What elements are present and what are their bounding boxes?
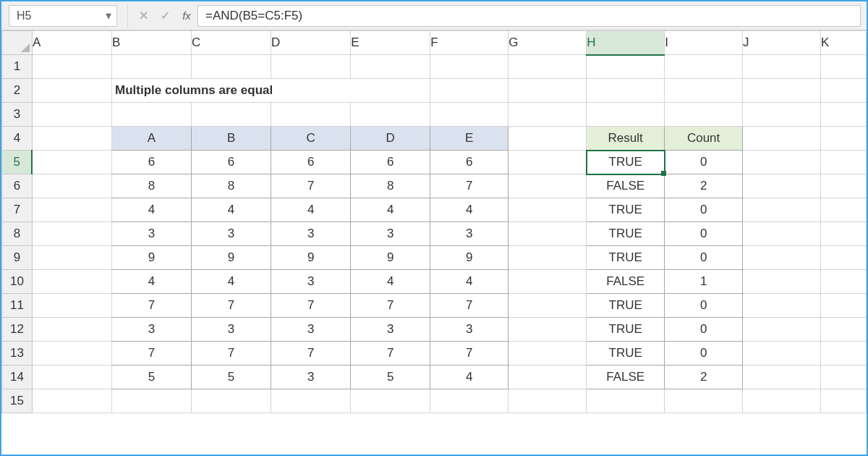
row-header-9[interactable]: 9 — [2, 246, 33, 270]
cell[interactable] — [509, 174, 587, 198]
worksheet-grid[interactable]: A B C D E F G H I J K 1 2 Multiple colum… — [1, 30, 867, 455]
data-cell[interactable]: 6 — [271, 151, 351, 174]
title-cell[interactable]: Multiple columns are equal — [111, 79, 430, 103]
cell[interactable] — [743, 246, 821, 270]
count-cell[interactable]: 0 — [665, 222, 743, 246]
formula-input[interactable]: =AND(B5=C5:F5) — [197, 5, 861, 27]
data-cell[interactable]: 9 — [351, 246, 430, 270]
data-cell[interactable]: 9 — [430, 246, 509, 270]
cell[interactable] — [509, 55, 587, 79]
cell[interactable] — [821, 103, 867, 127]
data-cell[interactable]: 4 — [192, 270, 271, 294]
data-cell[interactable]: 5 — [192, 366, 271, 389]
col-header-H[interactable]: H — [587, 31, 665, 55]
col-header-A[interactable]: A — [32, 31, 111, 55]
result-cell[interactable]: FALSE — [587, 174, 665, 198]
data-cell[interactable]: 3 — [271, 366, 351, 389]
data-cell[interactable]: 3 — [271, 318, 351, 342]
col-header-I[interactable]: I — [665, 31, 743, 55]
cell[interactable] — [509, 151, 587, 174]
cell[interactable] — [509, 270, 587, 294]
cell[interactable] — [821, 366, 867, 389]
row-header-13[interactable]: 13 — [2, 342, 33, 366]
cell[interactable] — [743, 389, 821, 413]
cell[interactable] — [821, 79, 867, 103]
cell[interactable] — [111, 389, 191, 413]
name-box[interactable]: H5 ▾ — [9, 5, 117, 27]
data-cell[interactable]: 7 — [430, 294, 509, 318]
col-header-K[interactable]: K — [821, 31, 867, 55]
cell[interactable] — [351, 55, 430, 79]
data-cell[interactable]: 3 — [271, 222, 351, 246]
data-cell[interactable]: 4 — [351, 198, 430, 222]
data-header[interactable]: C — [271, 127, 351, 151]
data-cell[interactable]: 3 — [430, 222, 509, 246]
row-header-4[interactable]: 4 — [2, 127, 33, 151]
cell[interactable] — [32, 366, 111, 389]
count-cell[interactable]: 0 — [665, 246, 743, 270]
data-cell[interactable]: 6 — [111, 151, 191, 174]
cell[interactable] — [32, 270, 111, 294]
cell[interactable] — [351, 389, 430, 413]
cell[interactable] — [587, 79, 665, 103]
cell[interactable] — [32, 389, 111, 413]
result-header[interactable]: Result — [587, 127, 665, 151]
cell[interactable] — [743, 174, 821, 198]
cell[interactable] — [32, 174, 111, 198]
cell[interactable] — [821, 198, 867, 222]
data-cell[interactable]: 9 — [111, 246, 191, 270]
count-header[interactable]: Count — [665, 127, 743, 151]
cell[interactable] — [509, 103, 587, 127]
cell[interactable] — [821, 246, 867, 270]
cell[interactable] — [271, 103, 351, 127]
data-header[interactable]: E — [430, 127, 509, 151]
cell[interactable] — [743, 270, 821, 294]
cell[interactable] — [509, 127, 587, 151]
data-cell[interactable]: 3 — [111, 222, 191, 246]
col-header-E[interactable]: E — [351, 31, 430, 55]
data-cell[interactable]: 3 — [351, 318, 430, 342]
cell[interactable] — [509, 294, 587, 318]
cell[interactable] — [32, 127, 111, 151]
cell[interactable] — [32, 55, 111, 79]
data-cell[interactable]: 7 — [351, 294, 430, 318]
result-cell-active[interactable]: TRUE — [587, 151, 665, 174]
cell[interactable] — [111, 103, 191, 127]
data-header[interactable]: A — [111, 127, 191, 151]
result-cell[interactable]: FALSE — [587, 366, 665, 389]
name-box-dropdown-icon[interactable]: ▾ — [101, 6, 116, 26]
cell[interactable] — [743, 103, 821, 127]
cell[interactable] — [743, 198, 821, 222]
cell[interactable] — [587, 55, 665, 79]
cell[interactable] — [32, 198, 111, 222]
count-cell[interactable]: 0 — [665, 198, 743, 222]
data-cell[interactable]: 4 — [111, 270, 191, 294]
col-header-C[interactable]: C — [192, 31, 271, 55]
data-cell[interactable]: 7 — [111, 342, 191, 366]
cell[interactable] — [111, 55, 191, 79]
col-header-G[interactable]: G — [509, 31, 587, 55]
data-header[interactable]: D — [351, 127, 430, 151]
data-cell[interactable]: 3 — [430, 318, 509, 342]
cell[interactable] — [32, 246, 111, 270]
cell[interactable] — [821, 294, 867, 318]
data-cell[interactable]: 4 — [430, 270, 509, 294]
cell[interactable] — [32, 103, 111, 127]
cell[interactable] — [821, 127, 867, 151]
result-cell[interactable]: TRUE — [587, 198, 665, 222]
data-cell[interactable]: 3 — [271, 270, 351, 294]
cell[interactable] — [743, 294, 821, 318]
cell[interactable] — [509, 246, 587, 270]
cell[interactable] — [271, 389, 351, 413]
row-header-8[interactable]: 8 — [2, 222, 33, 246]
data-cell[interactable]: 7 — [271, 342, 351, 366]
col-header-D[interactable]: D — [271, 31, 351, 55]
cell[interactable] — [821, 151, 867, 174]
cell[interactable] — [821, 389, 867, 413]
cell[interactable] — [509, 222, 587, 246]
col-header-B[interactable]: B — [111, 31, 191, 55]
data-cell[interactable]: 4 — [271, 198, 351, 222]
result-cell[interactable]: FALSE — [587, 270, 665, 294]
cell[interactable] — [743, 55, 821, 79]
count-cell[interactable]: 0 — [665, 151, 743, 174]
